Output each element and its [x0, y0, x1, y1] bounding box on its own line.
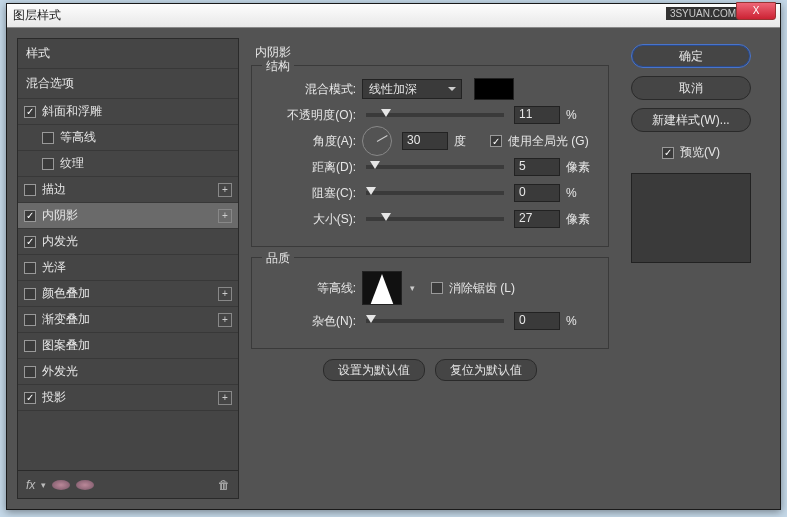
size-input[interactable]: 27 — [514, 210, 560, 228]
style-row-6[interactable]: 光泽 — [18, 255, 238, 281]
style-row-2[interactable]: 纹理 — [18, 151, 238, 177]
style-row-5[interactable]: 内发光 — [18, 229, 238, 255]
style-label: 内发光 — [42, 233, 78, 250]
dialog-body: 样式 混合选项 斜面和浮雕等高线纹理描边+内阴影+内发光光泽颜色叠加+渐变叠加+… — [7, 28, 780, 509]
style-checkbox[interactable] — [24, 106, 36, 118]
structure-title: 结构 — [262, 58, 294, 75]
sidebar-footer: fx ▾ 🗑 — [18, 470, 238, 498]
distance-input[interactable]: 5 — [514, 158, 560, 176]
style-checkbox[interactable] — [42, 158, 54, 170]
global-light-checkbox[interactable] — [490, 135, 502, 147]
cancel-button[interactable]: 取消 — [631, 76, 751, 100]
opacity-slider[interactable] — [366, 113, 504, 117]
style-checkbox[interactable] — [24, 314, 36, 326]
window-title: 图层样式 — [13, 7, 61, 24]
settings-panel: 内阴影 结构 混合模式: 线性加深 不透明度(O): 11 % 角度(A): — [245, 38, 615, 499]
style-row-4[interactable]: 内阴影+ — [18, 203, 238, 229]
close-button[interactable]: X — [736, 2, 776, 20]
preview-checkbox[interactable] — [662, 147, 674, 159]
footer-swatch-2[interactable] — [76, 480, 94, 490]
angle-unit: 度 — [454, 133, 484, 150]
add-instance-icon[interactable]: + — [218, 209, 232, 223]
choke-label: 阻塞(C): — [264, 185, 356, 202]
style-checkbox[interactable] — [24, 392, 36, 404]
size-unit: 像素 — [566, 211, 596, 228]
style-label: 斜面和浮雕 — [42, 103, 102, 120]
style-label: 光泽 — [42, 259, 66, 276]
reset-default-button[interactable]: 复位为默认值 — [435, 359, 537, 381]
styles-header[interactable]: 样式 — [18, 39, 238, 69]
style-row-8[interactable]: 渐变叠加+ — [18, 307, 238, 333]
blend-mode-value: 线性加深 — [369, 81, 417, 98]
style-row-11[interactable]: 投影+ — [18, 385, 238, 411]
noise-slider[interactable] — [366, 319, 504, 323]
choke-slider[interactable] — [366, 191, 504, 195]
angle-dial[interactable] — [362, 126, 392, 156]
style-checkbox[interactable] — [24, 366, 36, 378]
blend-mode-label: 混合模式: — [264, 81, 356, 98]
style-label: 投影 — [42, 389, 66, 406]
preview-label: 预览(V) — [680, 144, 720, 161]
distance-unit: 像素 — [566, 159, 596, 176]
add-instance-icon[interactable]: + — [218, 391, 232, 405]
style-row-10[interactable]: 外发光 — [18, 359, 238, 385]
chevron-down-icon[interactable]: ▾ — [41, 480, 46, 490]
noise-label: 杂色(N): — [264, 313, 356, 330]
angle-label: 角度(A): — [264, 133, 356, 150]
style-checkbox[interactable] — [24, 340, 36, 352]
blend-options-header[interactable]: 混合选项 — [18, 69, 238, 99]
styles-sidebar: 样式 混合选项 斜面和浮雕等高线纹理描边+内阴影+内发光光泽颜色叠加+渐变叠加+… — [17, 38, 239, 499]
trash-icon[interactable]: 🗑 — [218, 478, 230, 492]
style-label: 外发光 — [42, 363, 78, 380]
noise-unit: % — [566, 314, 596, 328]
color-swatch[interactable] — [474, 78, 514, 100]
default-buttons: 设置为默认值 复位为默认值 — [245, 359, 615, 381]
style-checkbox[interactable] — [42, 132, 54, 144]
add-instance-icon[interactable]: + — [218, 313, 232, 327]
style-checkbox[interactable] — [24, 184, 36, 196]
structure-group: 结构 混合模式: 线性加深 不透明度(O): 11 % 角度(A): 30 度 — [251, 65, 609, 247]
opacity-label: 不透明度(O): — [264, 107, 356, 124]
antialias-checkbox[interactable] — [431, 282, 443, 294]
opacity-input[interactable]: 11 — [514, 106, 560, 124]
noise-input[interactable]: 0 — [514, 312, 560, 330]
antialias-label: 消除锯齿 (L) — [449, 280, 515, 297]
action-panel: 确定 取消 新建样式(W)... 预览(V) — [621, 38, 761, 499]
distance-label: 距离(D): — [264, 159, 356, 176]
preview-row: 预览(V) — [662, 144, 720, 161]
style-row-0[interactable]: 斜面和浮雕 — [18, 99, 238, 125]
style-row-7[interactable]: 颜色叠加+ — [18, 281, 238, 307]
distance-slider[interactable] — [366, 165, 504, 169]
add-instance-icon[interactable]: + — [218, 183, 232, 197]
chevron-down-icon[interactable]: ▾ — [410, 283, 415, 293]
titlebar[interactable]: 图层样式 3SYUAN.COM X — [7, 4, 780, 28]
style-label: 颜色叠加 — [42, 285, 90, 302]
style-row-1[interactable]: 等高线 — [18, 125, 238, 151]
style-row-3[interactable]: 描边+ — [18, 177, 238, 203]
new-style-button[interactable]: 新建样式(W)... — [631, 108, 751, 132]
style-label: 等高线 — [60, 129, 96, 146]
add-instance-icon[interactable]: + — [218, 287, 232, 301]
footer-swatch-1[interactable] — [52, 480, 70, 490]
style-checkbox[interactable] — [24, 288, 36, 300]
style-checkbox[interactable] — [24, 236, 36, 248]
choke-input[interactable]: 0 — [514, 184, 560, 202]
style-list: 斜面和浮雕等高线纹理描边+内阴影+内发光光泽颜色叠加+渐变叠加+图案叠加外发光投… — [18, 99, 238, 470]
effect-title: 内阴影 — [255, 44, 615, 61]
layer-style-dialog: 图层样式 3SYUAN.COM X 样式 混合选项 斜面和浮雕等高线纹理描边+内… — [6, 3, 781, 510]
style-checkbox[interactable] — [24, 262, 36, 274]
watermark: 3SYUAN.COM — [666, 7, 740, 20]
style-label: 内阴影 — [42, 207, 78, 224]
ok-button[interactable]: 确定 — [631, 44, 751, 68]
size-slider[interactable] — [366, 217, 504, 221]
quality-group: 品质 等高线: ▾ 消除锯齿 (L) 杂色(N): 0 % — [251, 257, 609, 349]
make-default-button[interactable]: 设置为默认值 — [323, 359, 425, 381]
quality-title: 品质 — [262, 250, 294, 267]
contour-picker[interactable] — [362, 271, 402, 305]
fx-icon[interactable]: fx — [26, 478, 35, 492]
angle-input[interactable]: 30 — [402, 132, 448, 150]
opacity-unit: % — [566, 108, 596, 122]
style-row-9[interactable]: 图案叠加 — [18, 333, 238, 359]
style-checkbox[interactable] — [24, 210, 36, 222]
blend-mode-select[interactable]: 线性加深 — [362, 79, 462, 99]
